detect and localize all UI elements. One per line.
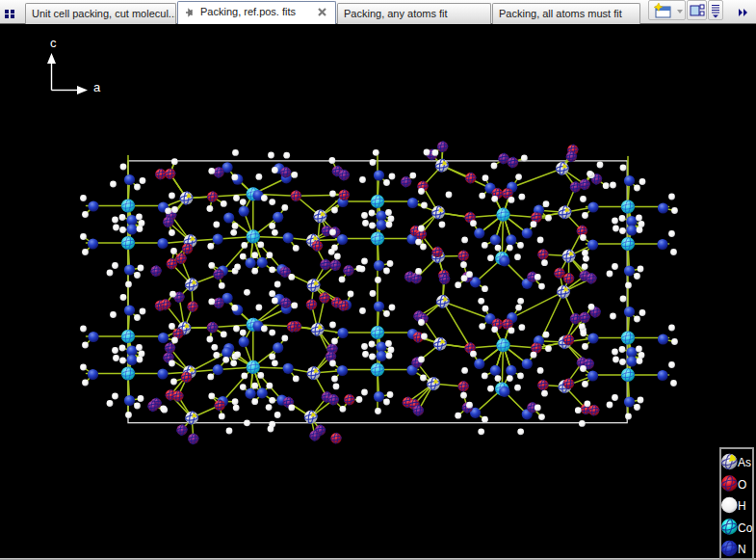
svg-text:c: c	[50, 36, 57, 50]
svg-text:Co: Co	[738, 521, 753, 535]
svg-text:H: H	[738, 499, 746, 513]
svg-text:N: N	[738, 543, 746, 556]
svg-text:As: As	[738, 456, 751, 469]
svg-text:O: O	[738, 478, 746, 492]
svg-text:a: a	[93, 80, 101, 94]
